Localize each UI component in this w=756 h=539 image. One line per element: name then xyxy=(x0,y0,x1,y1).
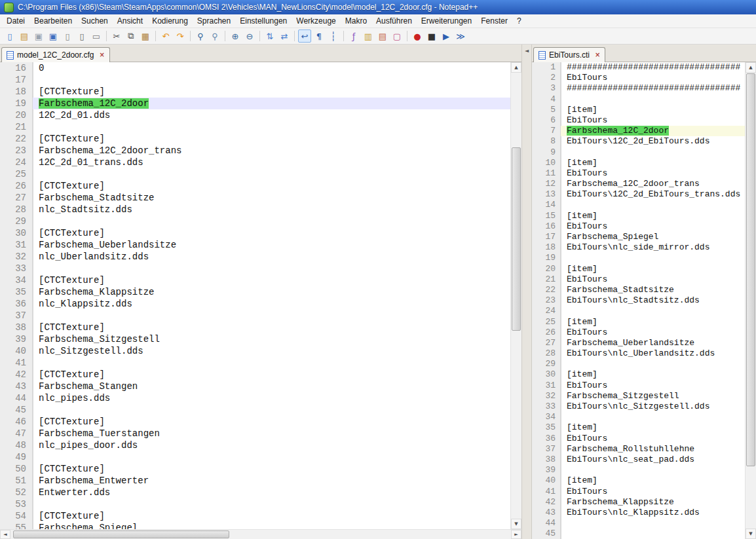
code-line[interactable]: 2012C_2d_01.dds xyxy=(0,109,510,121)
code-line[interactable]: 45 xyxy=(532,529,745,539)
menu-item-datei[interactable]: Datei xyxy=(2,15,29,27)
right-code-area[interactable]: 1##################################2EbiT… xyxy=(532,62,745,539)
code-line[interactable]: 41EbiTours xyxy=(532,487,745,497)
code-line[interactable]: 25[item] xyxy=(532,317,745,327)
save-icon[interactable]: ▣ xyxy=(32,29,45,43)
menu-item-fenster[interactable]: Fenster xyxy=(476,15,512,27)
code-line[interactable]: 38[CTCTexture] xyxy=(0,322,510,333)
document-monitor-icon[interactable]: ▢ xyxy=(390,29,404,43)
code-line[interactable]: 24 xyxy=(532,306,745,316)
zoom-out-icon[interactable]: ⊖ xyxy=(243,29,256,43)
code-line[interactable]: 31EbiTours xyxy=(532,381,745,391)
code-line[interactable]: 50[CTCTexture] xyxy=(0,463,510,475)
redo-icon[interactable]: ↷ xyxy=(174,29,187,43)
code-line[interactable]: 48nlc_pipes_door.dds xyxy=(0,439,510,451)
code-line[interactable]: 28nlc_Stadtsitz.dds xyxy=(0,204,510,215)
code-line[interactable]: 38EbiTours\nlc_seat_pad.dds xyxy=(532,455,745,465)
code-line[interactable]: 26[CTCTexture] xyxy=(0,180,510,192)
playback-macro-icon[interactable]: ▶ xyxy=(440,29,453,43)
menu-item-kodierung[interactable]: Kodierung xyxy=(147,15,193,27)
code-line[interactable]: 5[item] xyxy=(532,105,745,115)
code-line[interactable]: 47Farbschema_Tuerstangen xyxy=(0,428,510,439)
code-line[interactable]: 27Farbschema_Stadtsitze xyxy=(0,192,510,204)
code-line[interactable]: 44nlc_pipes.dds xyxy=(0,392,510,404)
code-line[interactable]: 45 xyxy=(0,404,510,416)
code-line[interactable]: 43EbiTours\nlc_Klappsitz.dds xyxy=(532,508,745,518)
menu-item-?[interactable]: ? xyxy=(512,15,526,27)
code-line[interactable]: 11EbiTours xyxy=(532,168,745,179)
menu-item-sprachen[interactable]: Sprachen xyxy=(193,15,235,27)
code-line[interactable]: 4 xyxy=(532,94,745,105)
code-line[interactable]: 21 xyxy=(0,121,510,133)
menu-item-einstellungen[interactable]: Einstellungen xyxy=(235,15,292,27)
tab-model-12c-2door-cfg[interactable]: model_12C_2door.cfg × xyxy=(1,47,110,62)
code-line[interactable]: 21EbiTours xyxy=(532,274,745,285)
code-line[interactable]: 17Farbschema_Spiegel xyxy=(532,232,745,242)
code-line[interactable]: 2EbiTours xyxy=(532,73,745,83)
code-line[interactable]: 7Farbschema_12C_2door xyxy=(532,126,745,136)
tab-ebitours-cti[interactable]: EbiTours.cti × xyxy=(533,47,605,62)
word-wrap-icon[interactable]: ↩ xyxy=(298,29,311,43)
title-bar[interactable]: C:\Program Files (x86)\Steam\SteamApps\c… xyxy=(0,0,756,14)
code-line[interactable]: 35Farbschema_Klappsitze xyxy=(0,286,510,298)
stop-recording-icon[interactable]: ■ xyxy=(425,29,438,43)
function-list-icon[interactable]: ƒ xyxy=(347,29,360,43)
code-line[interactable]: 40nlc_Sitzgestell.dds xyxy=(0,345,510,357)
code-line[interactable]: 49 xyxy=(0,451,510,463)
print-icon[interactable]: ▭ xyxy=(90,29,103,43)
code-line[interactable]: 22[CTCTexture] xyxy=(0,133,510,145)
code-line[interactable]: 44 xyxy=(532,518,745,529)
left-code-area[interactable]: 1601718[CTCTexture]19Farbschema_12C_2doo… xyxy=(0,62,510,529)
code-line[interactable]: 20[item] xyxy=(532,264,745,274)
code-line[interactable]: 9 xyxy=(532,147,745,158)
tab-close-icon[interactable]: × xyxy=(595,52,600,58)
code-line[interactable]: 25 xyxy=(0,168,510,180)
code-line[interactable]: 18EbiTours\nlc_side_mirror.dds xyxy=(532,242,745,253)
left-horizontal-scrollbar[interactable]: ◄ ► xyxy=(0,529,521,539)
indent-guide-icon[interactable]: ┆ xyxy=(327,29,340,43)
code-line[interactable]: 29 xyxy=(532,359,745,369)
menu-item-suchen[interactable]: Suchen xyxy=(77,15,113,27)
code-line[interactable]: 37Farbschema_Rollstuhllehne xyxy=(532,444,745,455)
code-line[interactable]: 33 xyxy=(0,263,510,274)
menu-item-ausfhren[interactable]: Ausführen xyxy=(371,15,417,27)
sync-vertical-scroll-icon[interactable]: ⇅ xyxy=(263,29,276,43)
file-browser-icon[interactable]: ▤ xyxy=(376,29,389,43)
code-line[interactable]: 160 xyxy=(0,62,510,74)
copy-icon[interactable]: ⧉ xyxy=(124,29,138,43)
code-line[interactable]: 32Farbschema_Sitzgestell xyxy=(532,391,745,401)
record-macro-icon[interactable]: ● xyxy=(411,29,424,43)
zoom-in-icon[interactable]: ⊕ xyxy=(229,29,242,43)
code-line[interactable]: 8EbiTours\12C_2d_EbiTours.dds xyxy=(532,136,745,147)
close-file-icon[interactable]: ▯ xyxy=(61,29,74,43)
code-line[interactable]: 55Farbschema_Spiegel xyxy=(0,522,510,529)
menu-item-ansicht[interactable]: Ansicht xyxy=(113,15,147,27)
code-line[interactable]: 36EbiTours xyxy=(532,434,745,444)
scroll-up-icon[interactable]: ▲ xyxy=(511,62,521,73)
code-line[interactable]: 2412C_2d_01_trans.dds xyxy=(0,157,510,168)
find-icon[interactable]: ⚲ xyxy=(194,29,207,43)
code-line[interactable]: 18[CTCTexture] xyxy=(0,86,510,98)
code-line[interactable]: 28EbiTours\nlc_Uberlandsitz.dds xyxy=(532,348,745,359)
menu-item-erweiterungen[interactable]: Erweiterungen xyxy=(417,15,476,27)
code-line[interactable]: 17 xyxy=(0,74,510,86)
code-line[interactable]: 14 xyxy=(532,200,745,210)
scrollbar-thumb[interactable] xyxy=(746,73,755,466)
code-line[interactable]: 15[item] xyxy=(532,211,745,221)
code-line[interactable]: 34[CTCTexture] xyxy=(0,274,510,286)
code-line[interactable]: 37 xyxy=(0,310,510,322)
code-line[interactable]: 41 xyxy=(0,357,510,369)
paste-icon[interactable]: ▦ xyxy=(139,29,152,43)
code-line[interactable]: 42Farbschema_Klappsitze xyxy=(532,497,745,508)
menu-item-makro[interactable]: Makro xyxy=(341,15,371,27)
pane-splitter[interactable]: ◄ xyxy=(521,45,532,539)
scroll-right-icon[interactable]: ► xyxy=(511,530,521,539)
code-line[interactable]: 19Farbschema_12C_2door xyxy=(0,98,510,109)
code-line[interactable]: 33EbiTours\nlc_Sitzgestell.dds xyxy=(532,401,745,412)
code-line[interactable]: 54[CTCTexture] xyxy=(0,510,510,522)
code-line[interactable]: 40[item] xyxy=(532,475,745,486)
code-line[interactable]: 42[CTCTexture] xyxy=(0,369,510,381)
code-line[interactable]: 26EbiTours xyxy=(532,327,745,338)
new-file-icon[interactable]: ▯ xyxy=(3,29,16,43)
code-line[interactable]: 46[CTCTexture] xyxy=(0,416,510,428)
